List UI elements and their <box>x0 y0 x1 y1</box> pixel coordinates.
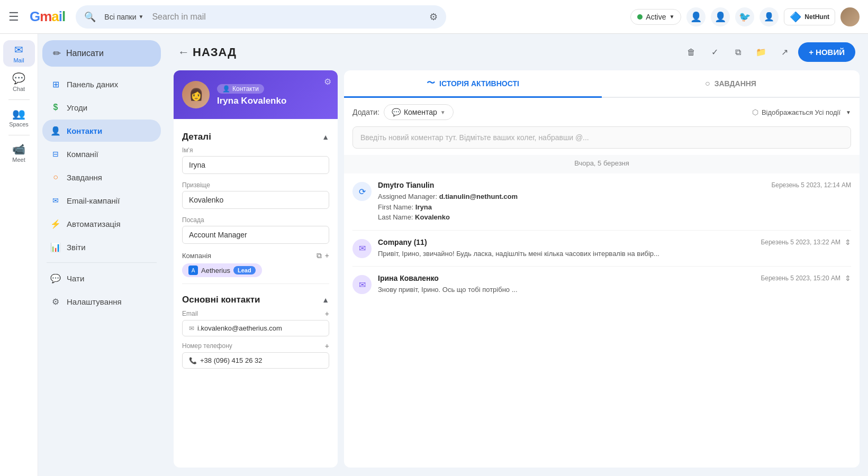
search-icon: 🔍 <box>84 11 96 23</box>
activity-item: ✉ Ірина Коваленко Березень 5 2023, 15:20… <box>352 267 851 303</box>
add-phone-icon[interactable]: + <box>325 342 329 350</box>
back-button[interactable]: ← НАЗАД <box>178 45 237 59</box>
add-email-icon[interactable]: + <box>325 309 329 318</box>
share-button[interactable]: ↗ <box>775 43 794 62</box>
hamburger-menu[interactable]: ☰ <box>8 10 19 24</box>
activity-text-2: Привіт, Ірино, звичайно! Будь ласка, над… <box>378 249 851 259</box>
user-avatar[interactable] <box>840 7 860 26</box>
folder-selector[interactable]: Всі папки ▼ <box>100 11 148 23</box>
tab-history[interactable]: 〜 ІСТОРІЯ АКТИВНОСТІ <box>344 70 602 98</box>
nav-item-automation[interactable]: ⚡ Автоматизація <box>42 213 161 235</box>
chat-icon: 💬 <box>12 72 25 85</box>
nethunt-label: NetHunt <box>804 13 829 21</box>
last-name-label: Призвіще <box>182 181 329 189</box>
delete-button[interactable]: 🗑 <box>682 43 701 62</box>
nethunt-icon-btn[interactable]: 🐦 <box>735 7 754 26</box>
nav-item-settings[interactable]: ⚙ Налаштування <box>42 290 161 313</box>
last-name-input[interactable] <box>182 191 329 209</box>
last-name-field: Призвіще <box>182 181 329 209</box>
sidebar-item-mail[interactable]: ✉ Mail <box>3 40 35 67</box>
external-link-icon[interactable]: ⧉ <box>317 251 322 260</box>
copy-button[interactable]: ⧉ <box>728 43 747 62</box>
chats-icon: 💬 <box>50 272 61 284</box>
activity-item-body-2: Company (11) Березень 5 2023, 13:22 AM ⇕… <box>378 238 851 259</box>
comment-btn-label: Коментар <box>404 108 437 116</box>
activity-item-icon-3: ✉ <box>352 275 372 294</box>
activity-author: Dmytro Tianulin <box>378 181 434 189</box>
phone-label: Номер телефону + <box>182 342 329 350</box>
sidebar-item-spaces[interactable]: 👥 Spaces <box>3 104 35 131</box>
add-comment-left: Додати: 💬 Коментар ▼ <box>352 104 454 120</box>
nav-item-dashboard-label: Панель даних <box>67 80 118 89</box>
company-actions: ⧉ + <box>317 251 329 260</box>
nav-item-chats[interactable]: 💬 Чати <box>42 267 161 289</box>
expand-icon[interactable]: ⇕ <box>845 238 851 246</box>
nav-divider <box>47 262 157 263</box>
activity-text-3: Знову привіт, Ірино. Ось що тобі потрібн… <box>378 285 851 295</box>
new-record-button[interactable]: + НОВИЙ <box>798 42 855 62</box>
email-icon: ✉ <box>189 325 194 332</box>
filter-row[interactable]: ⬡ Відображається Усі події ▼ <box>752 108 851 116</box>
page-actions: 🗑 ✓ ⧉ 📁 ↗ + НОВИЙ <box>682 42 855 62</box>
activity-author-3: Ірина Коваленко <box>378 274 439 282</box>
compose-label: Написати <box>66 49 104 58</box>
chevron-down-icon: ▼ <box>139 14 144 20</box>
email-text: i.kovalenko@aetherius.com <box>197 324 282 332</box>
nav-item-deals[interactable]: $ Угоди <box>42 96 161 118</box>
section-divider <box>182 283 329 284</box>
activity-time-3: Березень 5 2023, 15:20 AM <box>761 274 840 282</box>
details-section-header[interactable]: Деталі ▲ <box>182 127 329 147</box>
activity-header-row-2: Company (11) Березень 5 2023, 13:22 AM ⇕ <box>378 238 851 246</box>
folder-button[interactable]: 📁 <box>752 43 771 62</box>
first-name-input[interactable] <box>182 156 329 174</box>
apps-button[interactable]: 👤 <box>711 7 730 26</box>
phone-value[interactable]: 📞 +38 (096) 415 26 32 <box>182 352 329 369</box>
back-arrow-icon: ← <box>178 45 189 59</box>
sidebar-item-meet[interactable]: 📹 Meet <box>3 140 35 166</box>
sidebar-item-chat[interactable]: 💬 Chat <box>3 69 35 95</box>
add-company-icon[interactable]: + <box>325 251 329 260</box>
activity-header-row-3: Ірина Коваленко Березень 5 2023, 15:20 A… <box>378 274 851 282</box>
email-value[interactable]: ✉ i.kovalenko@aetherius.com <box>182 320 329 336</box>
topbar: ☰ Gmail 🔍 Всі папки ▼ ⚙ Active ▼ 👤 👤 🐦 👤… <box>0 0 868 34</box>
gear-icon[interactable]: ⚙ <box>324 77 331 87</box>
nav-item-tasks[interactable]: ○ Завдання <box>42 166 161 188</box>
contacts-section-header[interactable]: Основні контакти ▲ <box>182 290 329 309</box>
nav-item-contacts[interactable]: 👤 Контакти <box>42 120 161 142</box>
compose-button[interactable]: ✏ Написати <box>42 40 161 67</box>
activity-item-body: Dmytro Tianulin Березень 5 2023, 12:14 A… <box>378 181 851 223</box>
activity-header-row: Dmytro Tianulin Березень 5 2023, 12:14 A… <box>378 181 851 189</box>
tab-tasks[interactable]: ○ ЗАВДАННЯ <box>602 70 860 98</box>
nethunt-logo[interactable]: 🔷 NetHunt <box>784 8 835 25</box>
activity-panel: 〜 ІСТОРІЯ АКТИВНОСТІ ○ ЗАВДАННЯ Додати: … <box>344 70 860 468</box>
activity-item-body-3: Ірина Коваленко Березень 5 2023, 15:20 A… <box>378 274 851 295</box>
expand-icon-3[interactable]: ⇕ <box>845 274 851 282</box>
more-options-button[interactable]: 👤 <box>760 7 779 26</box>
companies-icon: ⊟ <box>50 148 61 160</box>
nav-item-email-campaigns[interactable]: ✉ Email-кампанії <box>42 189 161 212</box>
tasks-tab-icon: ○ <box>705 79 710 88</box>
nav-item-companies[interactable]: ⊟ Компанії <box>42 143 161 165</box>
comment-input[interactable]: Введіть новий коментар тут. Відмітьте ва… <box>352 126 851 149</box>
nav-item-reports[interactable]: 📊 Звіти <box>42 236 161 258</box>
tune-icon[interactable]: ⚙ <box>429 11 438 23</box>
email-field-row: Email + ✉ i.kovalenko@aetherius.com <box>182 309 329 336</box>
activity-item-icon: ⟳ <box>352 182 372 201</box>
contact-body: Деталі ▲ Ім'я Призвіще Посада <box>174 119 338 468</box>
status-badge[interactable]: Active ▼ <box>630 9 681 25</box>
search-input[interactable] <box>152 12 425 22</box>
company-chip-icon: A <box>188 266 198 275</box>
position-input[interactable] <box>182 226 329 244</box>
check-button[interactable]: ✓ <box>705 43 724 62</box>
company-label: Компанія <box>182 252 211 260</box>
notifications-button[interactable]: 👤 <box>686 7 706 26</box>
nav-item-dashboard[interactable]: ⊞ Панель даних <box>42 73 161 95</box>
contact-card: 👩 👤 Контакти Iryna Kovalenko ⚙ Деталі <box>174 70 338 468</box>
company-chip[interactable]: A Aetherius Lead <box>182 263 262 277</box>
comment-button[interactable]: 💬 Коментар ▼ <box>384 104 454 120</box>
search-bar[interactable]: 🔍 Всі папки ▼ ⚙ <box>76 5 446 29</box>
activity-time-2: Березень 5 2023, 13:22 AM <box>761 239 840 246</box>
icon-sidebar: ✉ Mail 💬 Chat 👥 Spaces 📹 Meet <box>0 34 38 476</box>
spaces-icon: 👥 <box>12 107 25 120</box>
filter-icon: ⬡ <box>752 108 758 116</box>
